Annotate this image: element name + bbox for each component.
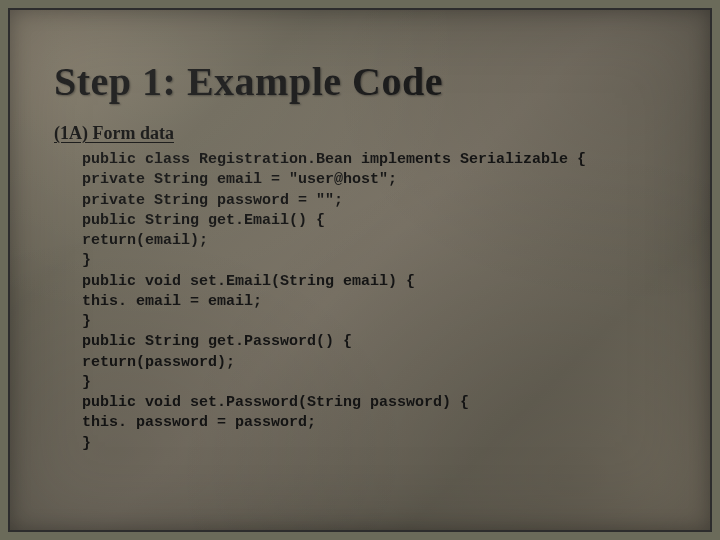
slide-subtitle: (1A) Form data [54, 123, 666, 144]
slide-title: Step 1: Example Code [54, 58, 666, 105]
slide: Step 1: Example Code (1A) Form data publ… [8, 8, 712, 532]
code-block: public class Registration.Bean implement… [82, 150, 666, 454]
